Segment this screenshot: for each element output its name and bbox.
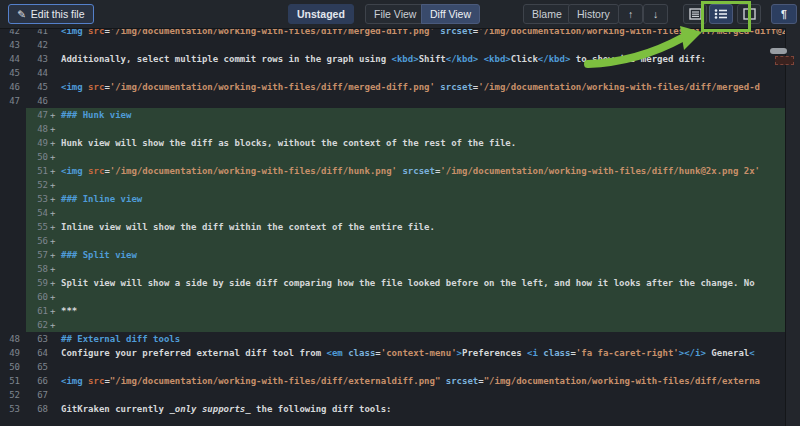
diff-row: 61+*** <box>0 304 786 318</box>
new-line-number: 51 <box>26 164 48 178</box>
new-line-number: 43 <box>26 52 48 66</box>
diff-row: 4964Configure your preferred external di… <box>0 346 786 360</box>
diff-row: 52+ <box>0 178 786 192</box>
old-line-number: 52 <box>0 388 26 402</box>
code-line: <img src='/img/documentation/working-wit… <box>59 80 760 94</box>
old-line-number <box>0 122 26 136</box>
new-line-number: 50 <box>26 150 48 164</box>
diff-row: 47+### Hunk view <box>0 108 786 122</box>
code-segment: <img <box>61 28 83 36</box>
blame-button[interactable]: Blame <box>523 4 571 24</box>
added-marker: + <box>48 276 59 290</box>
tab-file-view[interactable]: File View <box>365 4 425 24</box>
code-line: ### Inline view <box>59 192 142 206</box>
diff-row: 4241<img src='/img/documentation/working… <box>0 28 786 38</box>
code-line: <img src='/img/documentation/working-wit… <box>59 28 786 38</box>
code-segment: <kbd> <box>392 54 419 64</box>
old-line-number <box>0 318 26 332</box>
new-line-number: 61 <box>26 304 48 318</box>
old-line-number: 43 <box>0 38 26 52</box>
pilcrow-icon: ¶ <box>781 8 787 20</box>
scrollbar-thumb[interactable] <box>770 48 787 54</box>
old-line-number: 42 <box>0 28 26 38</box>
edit-this-file-label: Edit this file <box>31 8 85 20</box>
diff-row: 4746 <box>0 94 786 108</box>
hunk-view-button[interactable] <box>683 4 707 24</box>
code-segment: '/img/documentation/working-with-files/d… <box>478 82 760 92</box>
next-change-button[interactable]: ↓ <box>643 4 668 24</box>
tab-diff-view[interactable]: Diff View <box>421 4 480 24</box>
code-segment: src <box>88 28 104 36</box>
diff-row: 48+ <box>0 122 786 136</box>
new-line-number: 42 <box>26 38 48 52</box>
code-segment: '/img/documentation/working-with-files/d… <box>110 166 397 176</box>
code-line <box>59 234 61 248</box>
code-line <box>59 178 61 192</box>
arrow-down-icon: ↓ <box>653 8 658 20</box>
diff-row: 53+### Inline view <box>0 192 786 206</box>
diff-row: 50+ <box>0 150 786 164</box>
added-marker: + <box>48 136 59 150</box>
old-line-number <box>0 304 26 318</box>
code-segment: *** <box>61 306 77 316</box>
new-line-number: 48 <box>26 122 48 136</box>
new-line-number: 66 <box>26 374 48 388</box>
code-line: Inline view will show the diff within th… <box>59 220 435 234</box>
code-segment: _only supports_ <box>169 404 250 414</box>
diff-row: 5065 <box>0 360 786 374</box>
added-marker: + <box>48 206 59 220</box>
code-line: ### Split view <box>59 248 137 262</box>
new-line-number: 56 <box>26 234 48 248</box>
added-marker <box>48 28 59 38</box>
old-line-number <box>0 178 26 192</box>
added-marker <box>48 360 59 374</box>
code-segment: "/img/documentation/working-with-files/d… <box>484 376 760 386</box>
old-line-number: 47 <box>0 94 26 108</box>
new-line-number: 55 <box>26 220 48 234</box>
new-line-number: 53 <box>26 192 48 206</box>
history-button[interactable]: History <box>568 4 619 24</box>
code-line: Split view will show a side by side diff… <box>59 276 755 290</box>
added-marker: + <box>48 178 59 192</box>
previous-change-button[interactable]: ↑ <box>618 4 643 24</box>
new-line-number: 46 <box>26 94 48 108</box>
code-segment: <img <box>61 166 83 176</box>
code-segment: <i <box>527 348 538 358</box>
old-line-number <box>0 206 26 220</box>
new-line-number: 63 <box>26 332 48 346</box>
code-line: ## External diff tools <box>59 332 180 346</box>
added-marker: + <box>48 220 59 234</box>
new-line-number: 59 <box>26 276 48 290</box>
new-line-number: 64 <box>26 346 48 360</box>
code-segment: ### Split view <box>61 250 137 260</box>
hunk-view-icon <box>689 8 702 20</box>
code-segment: class <box>543 348 570 358</box>
code-segment: ### Inline view <box>61 194 142 204</box>
pencil-icon: ✎ <box>17 8 26 20</box>
code-segment: </i> <box>684 348 706 358</box>
diff-row: 5267 <box>0 388 786 402</box>
code-line: Hunk view will show the diff as blocks, … <box>59 136 516 150</box>
code-segment: General <box>706 348 749 358</box>
old-line-number: 53 <box>0 402 26 416</box>
code-segment: src <box>88 376 104 386</box>
old-line-number: 45 <box>0 66 26 80</box>
new-line-number: 62 <box>26 318 48 332</box>
code-line <box>59 206 61 220</box>
diff-row: 5166<img src="/img/documentation/working… <box>0 374 786 388</box>
inline-view-button[interactable] <box>709 4 733 24</box>
added-marker: + <box>48 108 59 122</box>
diff-row: 4544 <box>0 66 786 80</box>
split-view-button[interactable] <box>737 4 761 24</box>
old-line-number <box>0 150 26 164</box>
code-segment: '/img/documentation/working-with-files/d… <box>110 28 435 36</box>
diff-viewer: 4241<img src='/img/documentation/working… <box>0 28 786 426</box>
old-line-number <box>0 290 26 304</box>
file-view-label: File View <box>374 8 416 20</box>
code-segment: '/img/documentation/working-with-files/d… <box>478 28 786 36</box>
edit-this-file-button[interactable]: ✎ Edit this file <box>8 4 94 24</box>
diff-row: 4342 <box>0 38 786 52</box>
whitespace-toggle-button[interactable]: ¶ <box>771 4 797 24</box>
code-line <box>59 290 61 304</box>
scrollbar-track[interactable] <box>785 28 800 426</box>
